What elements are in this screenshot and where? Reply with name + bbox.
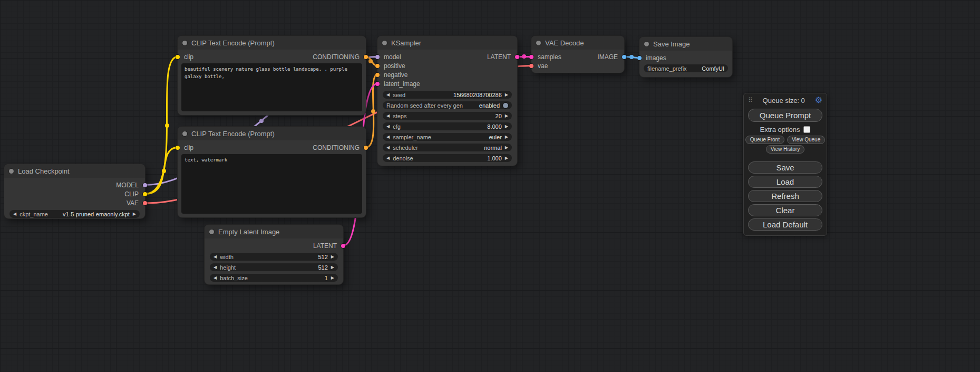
wire-clip-negative — [145, 148, 178, 194]
scheduler-combo-widget[interactable]: ◀ scheduler normal ▶ — [383, 144, 512, 151]
widget-value: 8.000 — [487, 123, 502, 130]
port-image-output[interactable] — [622, 55, 626, 59]
settings-gear-icon[interactable]: ⚙ — [815, 96, 822, 104]
node-title-bar[interactable]: Load Checkpoint — [4, 164, 145, 178]
collapse-dot-icon[interactable] — [9, 169, 14, 174]
denoise-number-widget[interactable]: ◀ denoise 1.000 ▶ — [383, 154, 512, 162]
port-row: clip CONDITIONING — [178, 52, 366, 61]
decrement-arrow-icon[interactable]: ◀ — [13, 212, 16, 216]
increment-arrow-icon[interactable]: ▶ — [505, 146, 508, 150]
queue-front-button[interactable]: Queue Front — [745, 136, 784, 144]
port-positive-input[interactable] — [375, 64, 380, 68]
port-model-input[interactable] — [375, 55, 380, 59]
collapse-dot-icon[interactable] — [382, 41, 387, 45]
collapse-dot-icon[interactable] — [182, 131, 187, 136]
collapse-dot-icon[interactable] — [182, 41, 187, 45]
ckpt-name-combo-widget[interactable]: ◀ ckpt_name v1-5-pruned-emaonly.ckpt ▶ — [9, 210, 140, 218]
widget-label: denoise — [393, 155, 413, 161]
width-number-widget[interactable]: ◀ width 512 ▶ — [210, 253, 338, 261]
sampler-name-combo-widget[interactable]: ◀ sampler_name euler ▶ — [383, 133, 512, 141]
collapse-dot-icon[interactable] — [644, 42, 649, 46]
height-number-widget[interactable]: ◀ height 512 ▶ — [210, 263, 338, 271]
save-button[interactable]: Save — [748, 161, 822, 174]
port-model-output[interactable] — [143, 183, 147, 187]
port-conditioning-output[interactable] — [364, 146, 368, 150]
decrement-arrow-icon[interactable]: ◀ — [386, 156, 390, 160]
decrement-arrow-icon[interactable]: ◀ — [386, 125, 390, 129]
node-title: Load Checkpoint — [18, 167, 70, 175]
filename-prefix-text-widget[interactable]: filename_prefix ComfyUI — [644, 64, 728, 72]
node-save-image[interactable]: Save Image images filename_prefix ComfyU… — [639, 37, 732, 77]
steps-number-widget[interactable]: ◀ steps 20 ▶ — [383, 112, 512, 120]
decrement-arrow-icon[interactable]: ◀ — [386, 114, 390, 118]
view-queue-button[interactable]: View Queue — [787, 136, 825, 144]
seed-number-widget[interactable]: ◀ seed 156680208700286 ▶ — [383, 91, 512, 99]
batch-size-number-widget[interactable]: ◀ batch_size 1 ▶ — [210, 274, 338, 282]
increment-arrow-icon[interactable]: ▶ — [505, 114, 508, 118]
port-negative-input[interactable] — [375, 73, 380, 77]
widget-value: 156680208700286 — [453, 92, 502, 98]
queue-panel: ⠿ Queue size: 0 ⚙ Queue Prompt Extra opt… — [743, 93, 827, 236]
refresh-button[interactable]: Refresh — [748, 190, 822, 202]
output-row-vae: VAE — [4, 198, 145, 207]
increment-arrow-icon[interactable]: ▶ — [331, 255, 334, 259]
positive-prompt-textarea[interactable]: beautiful scenery nature glass bottle la… — [181, 63, 362, 111]
increment-arrow-icon[interactable]: ▶ — [133, 212, 136, 216]
negative-prompt-textarea[interactable]: text, watermark — [181, 154, 362, 214]
view-history-button[interactable]: View History — [766, 145, 804, 154]
load-button[interactable]: Load — [748, 176, 822, 188]
port-clip-input[interactable] — [176, 55, 180, 59]
cfg-number-widget[interactable]: ◀ cfg 8.000 ▶ — [383, 122, 512, 130]
drag-handle-icon[interactable]: ⠿ — [748, 97, 753, 104]
port-conditioning-output[interactable] — [364, 55, 368, 59]
port-label-latent-image: latent_image — [384, 80, 420, 88]
collapse-dot-icon[interactable] — [209, 230, 214, 234]
node-vae-decode[interactable]: VAE Decode samples IMAGE vae — [531, 36, 624, 73]
node-clip-text-encode-positive[interactable]: CLIP Text Encode (Prompt) clip CONDITION… — [178, 36, 366, 115]
port-clip-output[interactable] — [143, 192, 147, 196]
node-load-checkpoint[interactable]: Load Checkpoint MODEL CLIP VAE ◀ ckpt_na… — [4, 164, 145, 218]
port-latent-output[interactable] — [341, 244, 345, 248]
queue-size-label: Queue size: 0 — [753, 97, 815, 104]
clear-button[interactable]: Clear — [748, 204, 822, 216]
node-title-bar[interactable]: Save Image — [639, 37, 732, 51]
increment-arrow-icon[interactable]: ▶ — [331, 265, 334, 270]
node-title-bar[interactable]: CLIP Text Encode (Prompt) — [178, 127, 366, 140]
decrement-arrow-icon[interactable]: ◀ — [386, 146, 390, 150]
decrement-arrow-icon[interactable]: ◀ — [386, 135, 390, 139]
decrement-arrow-icon[interactable]: ◀ — [214, 255, 217, 259]
increment-arrow-icon[interactable]: ▶ — [505, 156, 508, 160]
widget-value: 1 — [325, 275, 328, 281]
node-ksampler[interactable]: KSampler model LATENT positive negative … — [377, 36, 517, 166]
random-seed-toggle-widget[interactable]: Random seed after every gen enabled — [383, 101, 512, 109]
increment-arrow-icon[interactable]: ▶ — [505, 135, 508, 139]
port-row-vae: vae — [531, 61, 624, 70]
widget-value: normal — [484, 145, 502, 151]
node-title-bar[interactable]: Empty Latent Image — [205, 225, 343, 239]
decrement-arrow-icon[interactable]: ◀ — [214, 276, 217, 280]
increment-arrow-icon[interactable]: ▶ — [331, 276, 334, 280]
port-label-images: images — [646, 54, 666, 62]
queue-prompt-button[interactable]: Queue Prompt — [748, 109, 822, 122]
port-vae-output[interactable] — [143, 201, 147, 205]
node-empty-latent-image[interactable]: Empty Latent Image LATENT ◀ width 512 ▶ … — [205, 225, 343, 284]
load-default-button[interactable]: Load Default — [748, 218, 822, 231]
node-title-bar[interactable]: CLIP Text Encode (Prompt) — [178, 36, 366, 50]
port-latent-output[interactable] — [515, 55, 519, 59]
toggle-knob-icon[interactable] — [503, 103, 508, 108]
increment-arrow-icon[interactable]: ▶ — [505, 93, 508, 97]
extra-options-checkbox[interactable] — [803, 126, 810, 133]
port-images-input[interactable] — [637, 56, 642, 60]
port-samples-input[interactable] — [529, 55, 533, 59]
port-clip-input[interactable] — [176, 146, 180, 150]
node-title: Save Image — [653, 40, 690, 48]
decrement-arrow-icon[interactable]: ◀ — [214, 265, 217, 270]
node-title-bar[interactable]: VAE Decode — [531, 36, 624, 50]
increment-arrow-icon[interactable]: ▶ — [505, 125, 508, 129]
port-vae-input[interactable] — [529, 64, 533, 68]
port-latent-image-input[interactable] — [375, 82, 380, 86]
decrement-arrow-icon[interactable]: ◀ — [386, 93, 390, 97]
node-title-bar[interactable]: KSampler — [377, 36, 517, 50]
collapse-dot-icon[interactable] — [536, 41, 541, 45]
node-clip-text-encode-negative[interactable]: CLIP Text Encode (Prompt) clip CONDITION… — [178, 127, 366, 217]
